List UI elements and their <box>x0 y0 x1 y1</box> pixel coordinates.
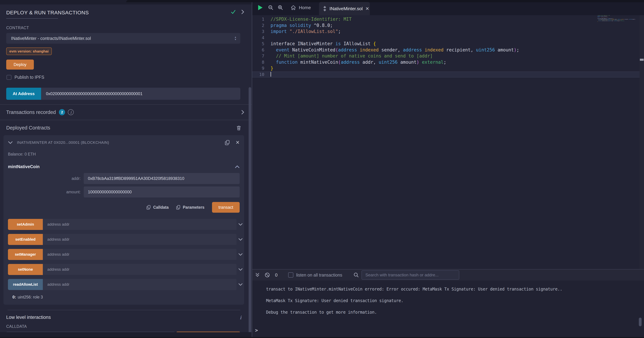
setNone-expand-chevron-icon[interactable] <box>238 268 243 271</box>
calldata-label: CALLDATA <box>6 324 252 329</box>
output-index: 0: <box>12 295 16 299</box>
setManager-expand-chevron-icon[interactable] <box>238 253 243 256</box>
at-address-button[interactable]: At Address <box>6 88 41 100</box>
transactions-recorded-section[interactable]: Transactions recorded 2 i <box>0 104 252 120</box>
setNone-args-input[interactable] <box>43 264 236 275</box>
function-row-setAdmin: setAdmin <box>8 219 236 230</box>
code-line[interactable]: 2pragma solidity ^0.8.0; <box>252 22 644 29</box>
setManager-args-input[interactable] <box>43 249 236 260</box>
run-script-play-icon[interactable] <box>258 5 263 10</box>
clear-console-ban-icon[interactable] <box>265 272 270 278</box>
publish-ipfs-checkbox[interactable] <box>6 75 12 80</box>
panel-bottom-strip <box>0 332 252 337</box>
transactions-recorded-label: Transactions recorded <box>6 110 56 115</box>
tab-home[interactable]: Home <box>290 5 311 10</box>
tab-home-label: Home <box>299 5 311 10</box>
code-line[interactable]: 10 <box>252 72 644 78</box>
code-line[interactable]: 7 // Mint [amount] number of native coin… <box>252 53 644 59</box>
text-cursor <box>270 72 271 77</box>
panel-scrollbar[interactable] <box>248 87 251 336</box>
terminal-search-input[interactable] <box>362 270 459 280</box>
evm-version-badge: evm version: shanghai <box>6 48 52 55</box>
setEnabled-expand-chevron-icon[interactable] <box>238 238 243 241</box>
code-line[interactable]: 6 event NativeCoinMinted(address indexed… <box>252 47 644 53</box>
setManager-button[interactable]: setManager <box>8 249 43 260</box>
tab-inativeminter-sol[interactable]: INativeMinter.sol ✕ <box>319 2 370 15</box>
setAdmin-args-input[interactable] <box>43 219 236 230</box>
main-column: Home INativeMinter.sol ✕ 1//SPDX-License… <box>252 0 644 337</box>
terminal-search-icon <box>354 272 359 278</box>
panel-title: DEPLOY & RUN TRANSACTIONS <box>6 8 89 16</box>
copy-icon <box>176 205 180 210</box>
low-level-info-icon[interactable]: i <box>240 315 241 320</box>
terminal-prompt[interactable]: > <box>255 328 258 333</box>
contract-select-value: INativeMinter - contracts/INativeMinter.… <box>11 36 91 41</box>
output-value: uint256: role 3 <box>18 295 43 299</box>
code-editor[interactable]: 1//SPDX-License-Identifier: MIT2pragma s… <box>252 15 644 269</box>
copy-parameters-button[interactable]: Parameters <box>176 205 204 210</box>
setAdmin-expand-chevron-icon[interactable] <box>238 223 243 226</box>
instance-collapse-chevron-down-icon[interactable] <box>8 141 13 144</box>
compile-success-check-icon <box>231 9 236 14</box>
zoom-out-icon[interactable] <box>268 5 273 10</box>
amount-field-label: amount: <box>4 190 84 194</box>
remix-ide-window: DEPLOY & RUN TRANSACTIONS CONTRACT INati… <box>0 0 644 338</box>
copy-icon <box>146 205 151 210</box>
transact-button[interactable]: transact <box>212 202 240 213</box>
code-line[interactable]: 9} <box>252 65 644 72</box>
publish-ipfs-label: Publish to IPFS <box>14 75 44 80</box>
readAllowList-args-input[interactable] <box>43 279 236 290</box>
editor-tab-bar: Home INativeMinter.sol ✕ <box>252 0 644 15</box>
home-icon <box>290 5 296 10</box>
copy-calldata-button[interactable]: Calldata <box>146 205 168 210</box>
terminal-log-line: MetaMask Tx Signature: User denied trans… <box>266 298 644 303</box>
deployed-instance-card: INATIVEMINTER AT 0X020...00001 (BLOCKCHA… <box>4 135 244 305</box>
listen-transactions-checkbox[interactable] <box>288 272 293 278</box>
minimap[interactable]: //SPDX-License-Identifier: MITpragma sol… <box>598 15 639 23</box>
select-arrows-icon: ▲▼ <box>234 36 236 40</box>
section-divider <box>8 310 240 310</box>
setNone-button[interactable]: setNone <box>8 264 43 275</box>
transactions-expand-chevron-icon[interactable] <box>241 110 245 114</box>
amount-field-input[interactable] <box>84 186 240 198</box>
deploy-button[interactable]: Deploy <box>6 60 34 70</box>
code-lines: 1//SPDX-License-Identifier: MIT2pragma s… <box>252 16 644 78</box>
transactions-info-icon[interactable]: i <box>68 109 74 115</box>
contract-select[interactable]: INativeMinter - contracts/INativeMinter.… <box>6 33 240 44</box>
function-row-readAllowList: readAllowList <box>8 279 236 290</box>
tab-close-icon[interactable]: ✕ <box>366 6 369 12</box>
code-line[interactable]: 3import "./IAllowList.sol"; <box>252 28 644 35</box>
deployed-contracts-title: Deployed Contracts <box>6 125 50 131</box>
editor-scrollbar-thumb[interactable] <box>640 59 644 61</box>
setEnabled-button[interactable]: setEnabled <box>8 234 43 245</box>
zoom-in-icon[interactable] <box>278 5 283 10</box>
function-row-setNone: setNone <box>8 264 236 275</box>
trash-icon[interactable] <box>236 125 241 130</box>
readAllowList-output: 0:uint256: role 3 <box>12 295 244 300</box>
readAllowList-button[interactable]: readAllowList <box>8 279 43 290</box>
code-line[interactable]: 4 <box>252 35 644 41</box>
editor-scrollbar-track[interactable] <box>640 15 644 269</box>
terminal-scrollbar[interactable] <box>639 318 642 326</box>
function-collapse-chevron-up-icon[interactable] <box>235 165 240 169</box>
contract-label: CONTRACT <box>6 26 252 30</box>
code-line[interactable]: 1//SPDX-License-Identifier: MIT <box>252 16 644 22</box>
collapse-terminal-double-chevron-icon[interactable] <box>255 272 260 278</box>
addr-field-input[interactable] <box>84 173 240 184</box>
remove-instance-close-icon[interactable]: ✕ <box>236 140 240 145</box>
low-level-interactions-title: Low level interactions <box>6 315 51 320</box>
setEnabled-args-input[interactable] <box>43 234 236 245</box>
at-address-input[interactable] <box>41 88 240 100</box>
listen-transactions-label: listen on all transactions <box>296 272 342 278</box>
copy-address-icon[interactable] <box>225 140 230 145</box>
code-line[interactable]: 5interface INativeMinter is IAllowList { <box>252 41 644 47</box>
pin-panel-chevron-right-icon[interactable] <box>241 10 245 14</box>
transactions-count-badge: 2 <box>59 109 65 115</box>
expanded-function-name: mintNativeCoin <box>8 164 40 169</box>
readAllowList-expand-chevron-icon[interactable] <box>238 283 243 286</box>
code-line[interactable]: 8 function mintNativeCoin(address addr, … <box>252 59 644 66</box>
terminal: 0 listen on all transactions transact to… <box>252 269 644 337</box>
function-row-setEnabled: setEnabled <box>8 234 236 245</box>
function-row-setManager: setManager <box>8 249 236 260</box>
setAdmin-button[interactable]: setAdmin <box>8 219 43 230</box>
